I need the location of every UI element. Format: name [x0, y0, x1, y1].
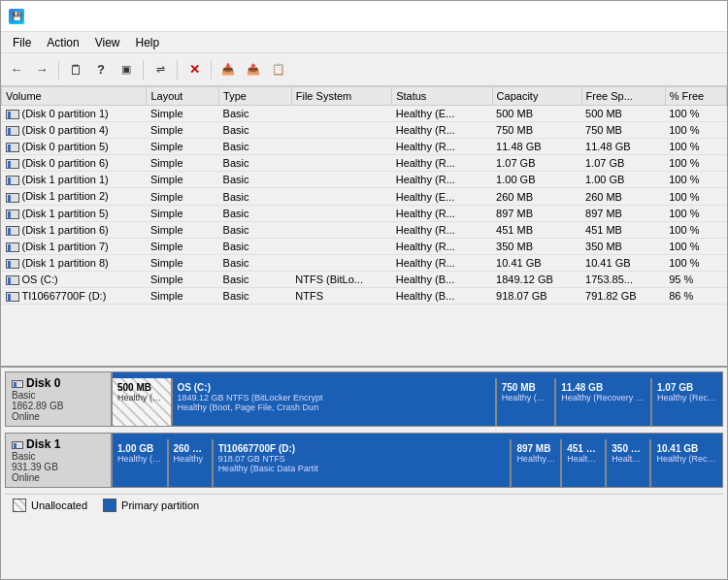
col-header-status[interactable]: Status: [392, 87, 492, 106]
table-row[interactable]: (Disk 1 partition 5) Simple Basic Health…: [2, 205, 727, 221]
partition-label: 10.41 GB: [656, 443, 717, 454]
delete-button[interactable]: ✕: [182, 58, 206, 81]
col-header-volume[interactable]: Volume: [2, 87, 147, 106]
partition-sub: Healthy (Re: [117, 454, 162, 464]
cell-fs: [291, 221, 391, 238]
maximize-button[interactable]: [628, 7, 673, 26]
cell-type: Basic: [219, 221, 292, 238]
table-row[interactable]: (Disk 1 partition 6) Simple Basic Health…: [2, 221, 727, 238]
col-header-type[interactable]: Type: [219, 87, 292, 106]
partition-sub: Healthy (Recovery Par: [561, 393, 645, 403]
cell-pct: 100 %: [665, 172, 726, 188]
cell-free: 350 MB: [581, 238, 665, 254]
col-header-free[interactable]: Free Sp...: [581, 87, 665, 106]
cell-capacity: 1849.12 GB: [492, 271, 581, 287]
toolbar-separator-1: [58, 60, 59, 80]
menu-view[interactable]: View: [87, 34, 128, 51]
toolbar-separator-4: [211, 60, 212, 80]
properties-button[interactable]: 🗒: [64, 58, 87, 81]
back-button[interactable]: ←: [5, 58, 28, 81]
cell-volume: (Disk 1 partition 2): [2, 188, 147, 205]
forward-button[interactable]: →: [30, 58, 53, 81]
partition-1-2[interactable]: TI10667700F (D:)918.07 GB NTFSHealthy (B…: [214, 439, 513, 487]
disk-type: Basic: [12, 390, 105, 401]
cell-fs: NTFS: [291, 288, 391, 305]
cell-free: 750 MB: [581, 122, 665, 139]
partition-1-5[interactable]: 350 MBHealthy (: [607, 439, 651, 487]
cell-free: 10.41 GB: [581, 254, 665, 271]
window: 💾 File Action View Help ← → 🗒 ? ▣ ⇌ ✕ 📥 …: [0, 0, 728, 580]
cell-capacity: 750 MB: [492, 122, 581, 139]
cell-pct: 100 %: [665, 106, 726, 122]
partition-sub: 1849.12 GB NTFS (BitLocker Encrypt: [178, 393, 490, 403]
partition-0-4[interactable]: 1.07 GBHealthy (Recove: [652, 378, 722, 426]
menu-file[interactable]: File: [5, 34, 39, 51]
export-button[interactable]: 📤: [242, 58, 265, 81]
cell-pct: 100 %: [665, 122, 726, 139]
partition-1-0[interactable]: 1.00 GBHealthy (Re: [113, 439, 169, 487]
menu-action[interactable]: Action: [39, 34, 86, 51]
close-button[interactable]: [675, 7, 719, 26]
cell-volume: (Disk 1 partition 6): [2, 221, 147, 238]
disk-info-1: Disk 1 Basic 931.39 GB Online: [6, 434, 113, 487]
table-row[interactable]: (Disk 1 partition 7) Simple Basic Health…: [2, 238, 727, 254]
cell-status: Healthy (R...: [392, 155, 492, 172]
cell-status: Healthy (E...: [392, 106, 492, 122]
cell-status: Healthy (R...: [392, 221, 492, 238]
cell-pct: 100 %: [665, 188, 726, 205]
properties2-button[interactable]: 📋: [267, 58, 290, 81]
disk-management-button[interactable]: ▣: [115, 58, 138, 81]
partition-0-0[interactable]: 500 MBHealthy (EFI S: [113, 378, 173, 426]
cell-layout: Simple: [147, 139, 219, 155]
cell-pct: 100 %: [665, 205, 726, 221]
table-row[interactable]: (Disk 0 partition 4) Simple Basic Health…: [2, 122, 727, 139]
table-row[interactable]: OS (C:) Simple Basic NTFS (BitLo... Heal…: [2, 271, 727, 287]
table-row[interactable]: (Disk 0 partition 1) Simple Basic Health…: [2, 106, 727, 122]
partition-0-3[interactable]: 11.48 GBHealthy (Recovery Par: [556, 378, 652, 426]
partition-1-4[interactable]: 451 MBHealthy (I: [562, 439, 607, 487]
table-row[interactable]: (Disk 0 partition 6) Simple Basic Health…: [2, 155, 727, 172]
col-header-capacity[interactable]: Capacity: [492, 87, 581, 106]
cell-capacity: 897 MB: [492, 205, 581, 221]
cell-free: 451 MB: [581, 221, 665, 238]
partition-0-2[interactable]: 750 MBHealthy (Recov: [497, 378, 557, 426]
connect-button[interactable]: ⇌: [149, 58, 172, 81]
legend-primary-box: [103, 499, 116, 512]
table-row[interactable]: (Disk 0 partition 5) Simple Basic Health…: [2, 139, 727, 155]
cell-status: Healthy (E...: [392, 188, 492, 205]
cell-volume: (Disk 1 partition 5): [2, 205, 147, 221]
partition-1-1[interactable]: 260 MBHealthy: [169, 439, 214, 487]
cell-volume: (Disk 0 partition 1): [2, 106, 147, 122]
col-header-fs[interactable]: File System: [291, 87, 391, 106]
table-row[interactable]: TI10667700F (D:) Simple Basic NTFS Healt…: [2, 288, 727, 305]
partition-label: 11.48 GB: [561, 382, 645, 393]
disk-visuals: Disk 0 Basic 1862.89 GB Online 500 MBHea…: [5, 371, 723, 488]
partition-1-6[interactable]: 10.41 GBHealthy (Recove: [651, 439, 722, 487]
disk-status: Online: [12, 411, 105, 422]
col-header-layout[interactable]: Layout: [147, 87, 219, 106]
cell-type: Basic: [219, 288, 292, 305]
cell-status: Healthy (R...: [392, 172, 492, 188]
cell-pct: 100 %: [665, 139, 726, 155]
col-header-pct[interactable]: % Free: [665, 87, 726, 106]
table-row[interactable]: (Disk 1 partition 2) Simple Basic Health…: [2, 188, 727, 205]
disk-partitions-0: 500 MBHealthy (EFI SOS (C:)1849.12 GB NT…: [113, 372, 722, 426]
table-row[interactable]: (Disk 1 partition 1) Simple Basic Health…: [2, 172, 727, 188]
partition-sub: Healthy (: [612, 454, 645, 464]
help-button[interactable]: ?: [89, 58, 113, 81]
partition-label: OS (C:): [178, 382, 490, 393]
partition-label: 260 MB: [174, 443, 207, 454]
import-button[interactable]: 📥: [216, 58, 240, 81]
cell-free: 1.07 GB: [581, 155, 665, 172]
minimize-button[interactable]: [581, 7, 626, 26]
cell-free: 1753.85...: [581, 271, 665, 287]
cell-type: Basic: [219, 122, 292, 139]
partition-1-3[interactable]: 897 MBHealthy (Re: [512, 439, 562, 487]
menu-help[interactable]: Help: [128, 34, 168, 51]
table-row[interactable]: (Disk 1 partition 8) Simple Basic Health…: [2, 254, 727, 271]
toolbar-separator-3: [177, 60, 178, 80]
cell-fs: [291, 172, 391, 188]
cell-fs: [291, 254, 391, 271]
partition-0-1[interactable]: OS (C:)1849.12 GB NTFS (BitLocker Encryp…: [173, 378, 497, 426]
cell-volume: (Disk 1 partition 1): [2, 172, 147, 188]
